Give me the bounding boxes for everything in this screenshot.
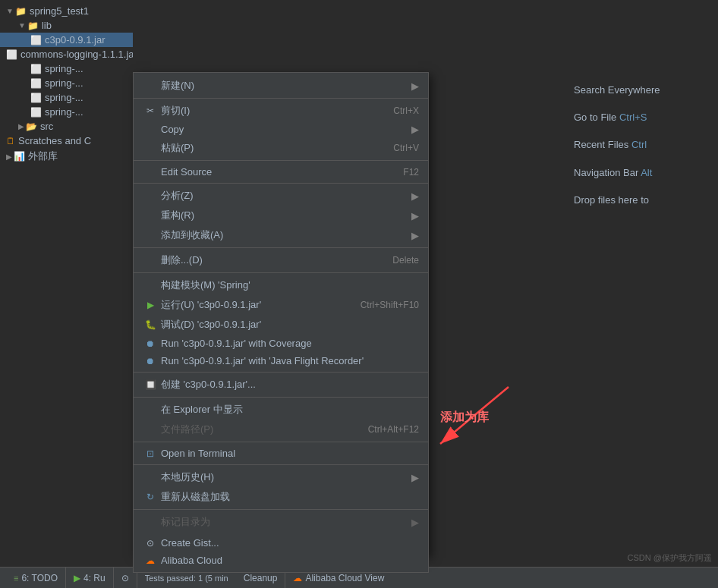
menu-item-debug[interactable]: 🐛 调试(D) 'c3p0-0.9.1.jar' — [134, 315, 428, 335]
menu-item-analyze[interactable]: 分析(Z) ▶ — [134, 186, 428, 206]
terminal-icon: ⊡ — [143, 448, 158, 459]
help-item-recent: Recent Files Ctrl — [574, 138, 710, 152]
menu-item-open-terminal[interactable]: ⊡ Open in Terminal — [134, 445, 428, 462]
menu-item-edit-source[interactable]: Edit Source F12 — [134, 163, 428, 181]
git-icon: ⊙ — [121, 573, 129, 583]
help-item-search: Search Everywhere — [574, 83, 710, 97]
tree-item-spring2[interactable]: ⬜ spring-... — [0, 76, 133, 90]
tree-arrow: ▼ — [18, 21, 26, 30]
annotation-label: 添加为库 — [440, 410, 489, 426]
menu-item-recorder[interactable]: ⏺ Run 'c3p0-0.9.1.jar' with 'Java Flight… — [134, 352, 428, 369]
tree-arrow: ▶ — [6, 153, 12, 161]
debug-icon: 🐛 — [143, 319, 158, 330]
jar-icon: ⬜ — [30, 93, 42, 103]
separator-4 — [134, 247, 428, 248]
separator-5 — [134, 272, 428, 273]
folder-icon: 📁 — [15, 6, 27, 17]
menu-item-run[interactable]: ▶ 运行(U) 'c3p0-0.9.1.jar' Ctrl+Shift+F10 — [134, 295, 428, 315]
help-item-drop: Drop files here to — [574, 193, 710, 207]
file-tree: ▼ 📁 spring5_test1 ▼ 📁 lib ⬜ c3p0-0.9.1.j… — [0, 0, 133, 546]
context-menu: 新建(N) ▶ ✂ 剪切(I) Ctrl+X Copy ▶ 粘贴(P) Ctrl… — [133, 72, 429, 555]
submenu-arrow: ▶ — [411, 190, 419, 202]
recorder-icon: ⏺ — [143, 356, 158, 366]
separator-8 — [134, 442, 428, 442]
tree-arrow: ▼ — [6, 7, 14, 15]
menu-item-refactor[interactable]: 重构(R) ▶ — [134, 206, 428, 225]
status-todo[interactable]: ≡ 6: TODO — [6, 568, 66, 588]
folder-icon: 📁 — [27, 20, 39, 31]
tree-item-spring3[interactable]: ⬜ spring-... — [0, 90, 133, 105]
separator-9 — [134, 464, 428, 465]
tree-item-src[interactable]: ▶ 📂 src — [0, 119, 133, 134]
menu-item-paste[interactable]: 粘贴(P) Ctrl+V — [134, 138, 428, 158]
scratches-icon: 🗒 — [6, 136, 15, 146]
separator-3 — [134, 183, 428, 184]
tree-item-external[interactable]: ▶ 📊 外部库 — [0, 148, 133, 165]
todo-icon: ≡ — [14, 574, 18, 583]
gist-icon: ⊙ — [143, 538, 158, 549]
menu-item-create[interactable]: 🔲 创建 'c3p0-0.9.1.jar'... — [134, 375, 428, 395]
tree-item-scratches[interactable]: 🗒 Scratches and C — [0, 134, 133, 148]
run-icon: ▶ — [143, 300, 158, 310]
menu-item-delete[interactable]: 删除...(D) Delete — [134, 250, 428, 270]
menu-item-cut[interactable]: ✂ 剪切(I) Ctrl+X — [134, 101, 428, 121]
submenu-arrow: ▶ — [411, 230, 419, 241]
menu-item-create-gist[interactable]: ⊙ Create Gist... — [134, 534, 428, 552]
tree-item-c3p0[interactable]: ⬜ c3p0-0.9.1.jar — [0, 33, 133, 47]
jar-icon: ⬜ — [30, 78, 42, 89]
status-tests: Tests passed: 1 (5 min — [137, 574, 236, 583]
watermark: CSDN @保护我方阿遥 — [628, 552, 712, 564]
menu-item-mark-directory[interactable]: 标记目录为 ▶ — [134, 512, 428, 532]
menu-item-copy[interactable]: Copy ▶ — [134, 121, 428, 138]
alibaba-cloud-icon: ☁ — [293, 573, 302, 583]
jar-icon: ⬜ — [30, 64, 42, 74]
submenu-arrow: ▶ — [411, 210, 419, 222]
reload-icon: ↻ — [143, 492, 158, 502]
tree-arrow: ▶ — [18, 122, 24, 130]
status-run[interactable]: ▶ 4: Ru — [66, 568, 114, 588]
tree-item-commons[interactable]: ⬜ commons-logging-1.1.1.jar — [0, 47, 133, 61]
help-item-goto: Go to File Ctrl+S — [574, 111, 710, 124]
menu-item-alibaba-cloud[interactable]: ☁ Alibaba Cloud — [134, 552, 428, 569]
alibaba-icon: ☁ — [143, 555, 158, 566]
menu-item-reload[interactable]: ↻ 重新从磁盘加载 — [134, 487, 428, 507]
help-item-navbar: Navigation Bar Alt — [574, 166, 710, 180]
run-icon: ▶ — [74, 573, 80, 583]
cut-icon: ✂ — [143, 105, 158, 116]
menu-item-add-favorites[interactable]: 添加到收藏(A) ▶ — [134, 225, 428, 245]
jar-icon: ⬜ — [6, 49, 17, 60]
separator-2 — [134, 160, 428, 161]
coverage-icon: ⏺ — [143, 338, 158, 349]
submenu-arrow: ▶ — [411, 517, 419, 528]
jar-icon: ⬜ — [30, 35, 42, 46]
submenu-arrow: ▶ — [411, 124, 419, 135]
separator-7 — [134, 397, 428, 398]
menu-item-file-path[interactable]: 文件路径(P) Ctrl+Alt+F12 — [134, 420, 428, 439]
menu-item-new[interactable]: 新建(N) ▶ — [134, 76, 428, 96]
create-icon: 🔲 — [143, 379, 158, 390]
tree-item-lib[interactable]: ▼ 📁 lib — [0, 18, 133, 33]
menu-item-coverage[interactable]: ⏺ Run 'c3p0-0.9.1.jar' with Coverage — [134, 335, 428, 352]
menu-item-build[interactable]: 构建模块(M) 'Spring' — [134, 275, 428, 295]
menu-item-local-history[interactable]: 本地历史(H) ▶ — [134, 467, 428, 487]
library-icon: 📊 — [14, 151, 25, 162]
submenu-arrow: ▶ — [411, 472, 419, 483]
tree-item-spring5[interactable]: ▼ 📁 spring5_test1 — [0, 4, 133, 18]
jar-icon: ⬜ — [30, 107, 42, 118]
separator-6 — [134, 372, 428, 373]
help-panel: Search Everywhere Go to File Ctrl+S Rece… — [566, 76, 718, 228]
src-icon: 📂 — [26, 121, 37, 132]
submenu-arrow: ▶ — [411, 80, 419, 92]
menu-item-show-explorer[interactable]: 在 Explorer 中显示 — [134, 400, 428, 420]
tree-item-spring1[interactable]: ⬜ spring-... — [0, 61, 133, 76]
separator-10 — [134, 509, 428, 510]
tree-item-spring4[interactable]: ⬜ spring-... — [0, 105, 133, 119]
separator-1 — [134, 98, 428, 99]
